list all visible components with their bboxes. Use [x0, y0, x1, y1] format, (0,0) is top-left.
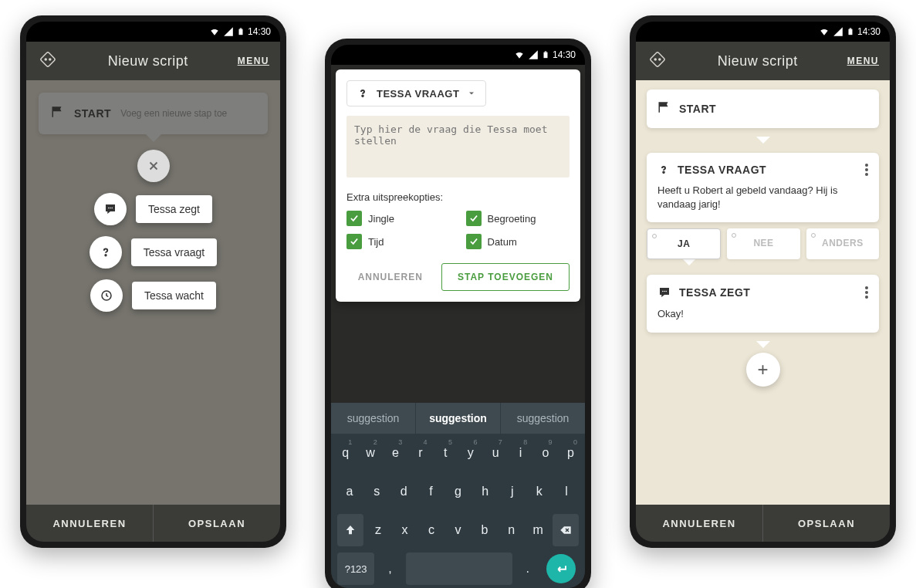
- key-q[interactable]: q1: [334, 437, 357, 469]
- key-s[interactable]: s: [364, 475, 389, 508]
- close-fab[interactable]: [137, 150, 170, 182]
- app-bar: Nieuw script MENU: [636, 42, 890, 80]
- chevron-down-icon: [467, 89, 476, 98]
- backspace-key[interactable]: [553, 514, 579, 546]
- key-u[interactable]: u7: [484, 437, 506, 469]
- key-d[interactable]: d: [391, 475, 416, 508]
- space-key[interactable]: [406, 553, 512, 585]
- svg-rect-1: [240, 28, 242, 29]
- svg-point-5: [108, 208, 110, 209]
- say-card[interactable]: TESSA ZEGT Okay!: [647, 275, 879, 332]
- answer-nee[interactable]: NEE: [727, 228, 799, 259]
- key-f[interactable]: f: [418, 475, 443, 508]
- modal-add-button[interactable]: STAP TOEVOEGEN: [441, 263, 570, 291]
- svg-point-6: [110, 208, 111, 209]
- clock-icon[interactable]: [90, 279, 123, 312]
- page-title: Nieuw script: [68, 53, 228, 69]
- key-y[interactable]: y6: [459, 437, 482, 469]
- action-tessa-wacht[interactable]: Tessa wacht: [132, 282, 216, 309]
- menu-link[interactable]: MENU: [238, 56, 269, 66]
- say-title: TESSA ZEGT: [679, 286, 857, 299]
- key-z[interactable]: z: [366, 514, 390, 546]
- add-step-fab[interactable]: +: [746, 353, 780, 387]
- logo-icon: [37, 49, 59, 73]
- key-n[interactable]: n: [499, 514, 524, 546]
- checkbox-datum[interactable]: [466, 234, 482, 249]
- svg-rect-11: [545, 51, 547, 52]
- phone-right: 14:30 Nieuw script MENU START TESSA VRAA…: [630, 15, 896, 548]
- clock: 14:30: [553, 49, 576, 60]
- save-button[interactable]: OPSLAAN: [763, 505, 890, 542]
- suggestion-3[interactable]: suggestion: [501, 403, 585, 434]
- key-m[interactable]: m: [526, 514, 550, 546]
- key-p[interactable]: p0: [559, 437, 582, 469]
- speech-icon[interactable]: [94, 193, 127, 225]
- svg-point-18: [663, 172, 664, 174]
- key-r[interactable]: r4: [409, 437, 431, 469]
- question-icon[interactable]: [90, 236, 122, 269]
- footer: ANNULEREN OPSLAAN: [26, 505, 280, 542]
- battery-icon: [237, 26, 245, 37]
- footer: ANNULEREN OPSLAAN: [636, 505, 890, 542]
- clock: 14:30: [248, 26, 271, 37]
- svg-point-16: [654, 59, 656, 60]
- key-j[interactable]: j: [500, 475, 525, 508]
- battery-icon: [542, 49, 549, 60]
- svg-rect-13: [848, 29, 852, 35]
- shift-key[interactable]: [337, 514, 363, 546]
- save-button[interactable]: OPSLAAN: [154, 505, 280, 542]
- svg-point-3: [45, 59, 46, 60]
- more-icon[interactable]: [865, 286, 868, 299]
- phone-middle: 14:30 TESSA VRAAGT Extra uitspreekopties…: [325, 39, 591, 588]
- suggestion-1[interactable]: suggestion: [331, 403, 416, 434]
- key-h[interactable]: h: [473, 475, 498, 508]
- key-k[interactable]: k: [527, 475, 552, 508]
- action-tessa-vraagt[interactable]: Tessa vraagt: [131, 238, 217, 266]
- checkbox-begroeting[interactable]: [466, 211, 482, 226]
- modal-cancel-button[interactable]: ANNULEREN: [350, 264, 431, 290]
- key-i[interactable]: i8: [509, 437, 532, 469]
- page-title: Nieuw script: [678, 53, 838, 69]
- answer-ja[interactable]: JA: [647, 228, 721, 259]
- pointer-icon: [682, 259, 696, 265]
- action-tessa-zegt[interactable]: Tessa zegt: [136, 195, 212, 223]
- clock: 14:30: [857, 26, 881, 37]
- answer-anders[interactable]: ANDERS: [806, 228, 879, 259]
- question-input[interactable]: [346, 116, 570, 177]
- content-area: TESSA VRAAGT Extra uitspreekopties: Jing…: [331, 65, 585, 588]
- content-area: START TESSA VRAAGT Heeft u Robert al geb…: [636, 80, 890, 505]
- checkbox-jingle[interactable]: [346, 211, 362, 226]
- status-bar: 14:30: [331, 45, 585, 65]
- key-l[interactable]: l: [554, 475, 579, 508]
- phone-left: 14:30 Nieuw script MENU START Voeg een n…: [20, 15, 286, 548]
- enter-key[interactable]: [546, 554, 576, 583]
- key-a[interactable]: a: [337, 475, 362, 508]
- comma-key[interactable]: ,: [377, 553, 403, 585]
- key-v[interactable]: v: [446, 514, 471, 546]
- key-x[interactable]: x: [393, 514, 417, 546]
- key-g[interactable]: g: [445, 475, 470, 508]
- key-e[interactable]: e3: [384, 437, 407, 469]
- signal-icon: [528, 49, 539, 60]
- suggestion-2[interactable]: suggestion: [416, 403, 501, 434]
- step-type-dropdown[interactable]: TESSA VRAAGT: [346, 80, 486, 106]
- menu-link[interactable]: MENU: [847, 56, 879, 66]
- more-icon[interactable]: [865, 164, 868, 176]
- svg-point-19: [662, 291, 664, 292]
- checkbox-tijd[interactable]: [346, 234, 362, 249]
- question-card[interactable]: TESSA VRAAGT Heeft u Robert al gebeld va…: [647, 153, 879, 222]
- key-c[interactable]: c: [419, 514, 444, 546]
- keyboard: suggestion suggestion suggestion q1w2e3r…: [331, 403, 585, 588]
- svg-point-20: [664, 291, 665, 292]
- cancel-button[interactable]: ANNULEREN: [636, 505, 763, 542]
- cancel-button[interactable]: ANNULEREN: [26, 505, 154, 542]
- start-card[interactable]: START: [647, 90, 879, 128]
- key-b[interactable]: b: [472, 514, 497, 546]
- key-o[interactable]: o9: [534, 437, 556, 469]
- status-bar: 14:30: [26, 22, 280, 42]
- period-key[interactable]: .: [515, 553, 541, 585]
- key-w[interactable]: w2: [359, 437, 381, 469]
- symbols-key[interactable]: ?123: [337, 553, 374, 585]
- key-t[interactable]: t5: [434, 437, 457, 469]
- question-icon: [657, 164, 670, 176]
